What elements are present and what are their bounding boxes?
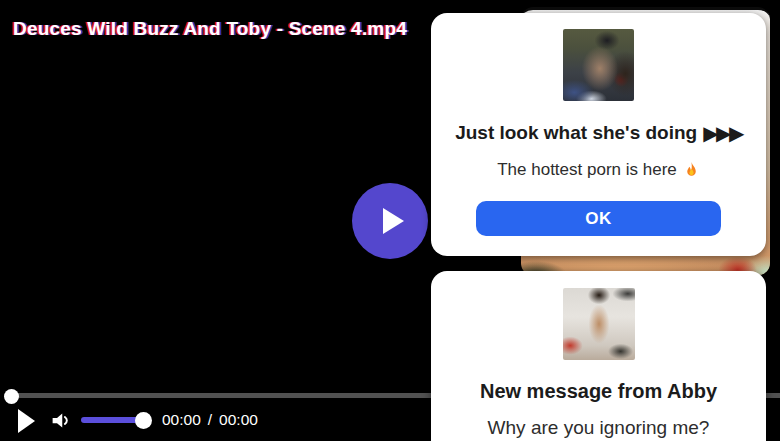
time-display: 00:00 / 00:00 — [162, 411, 258, 429]
video-title: Deuces Wild Buzz And Toby - Scene 4.mp4 — [13, 18, 407, 40]
ok-button[interactable]: OK — [476, 201, 721, 236]
fire-icon — [683, 161, 700, 180]
popup-message-heading-text: New message from Abby — [480, 380, 717, 403]
duration: 00:00 — [219, 411, 258, 429]
current-time: 00:00 — [162, 411, 201, 429]
seek-handle[interactable] — [4, 389, 19, 404]
popup-offer-heading: Just look what she's doing ▶▶▶ — [431, 122, 766, 144]
popup-message-heading: New message from Abby — [431, 380, 766, 403]
triple-arrow-icon: ▶▶▶ — [703, 123, 742, 143]
popup-offer-subtext-text: The hottest porn is here — [497, 160, 677, 180]
time-separator: / — [208, 411, 212, 429]
volume-handle[interactable] — [135, 412, 152, 429]
play-icon — [383, 208, 404, 234]
popup-message-image[interactable] — [563, 288, 635, 360]
popup-offer-image[interactable] — [563, 29, 634, 101]
popup-offer-subtext: The hottest porn is here — [431, 160, 766, 180]
popup-offer[interactable]: Just look what she's doing ▶▶▶ The hotte… — [431, 13, 766, 256]
volume-icon[interactable] — [50, 410, 71, 431]
popup-message-body-text: Why are you ignoring me? — [488, 417, 710, 439]
video-player-page: Deuces Wild Buzz And Toby - Scene 4.mp4 … — [0, 0, 780, 441]
popup-message-body: Why are you ignoring me? — [431, 417, 766, 439]
big-play-button[interactable] — [352, 183, 428, 259]
popup-message[interactable]: New message from Abby Why are you ignori… — [431, 271, 766, 441]
control-play-button[interactable] — [18, 409, 35, 433]
popup-offer-heading-text: Just look what she's doing — [455, 122, 697, 144]
